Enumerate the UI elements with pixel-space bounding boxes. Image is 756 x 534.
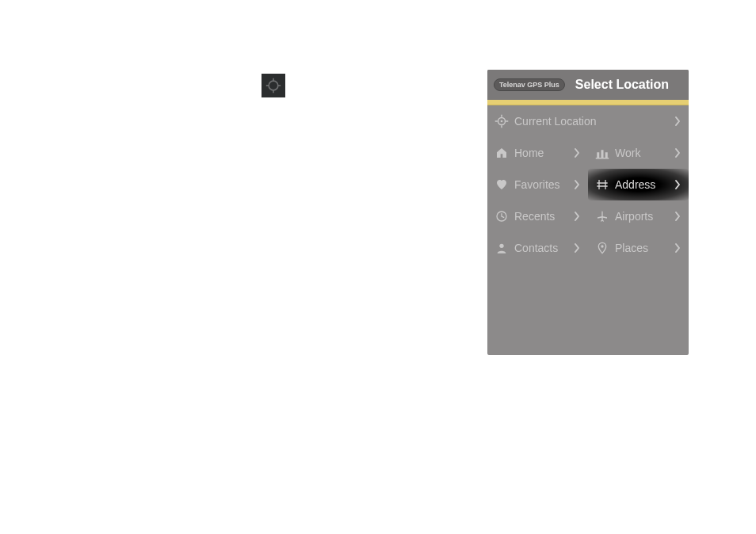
pin-icon xyxy=(594,240,610,256)
item-label: Places xyxy=(615,242,673,254)
heart-icon xyxy=(494,177,510,193)
crosshair-icon xyxy=(494,113,510,129)
chevron-right-icon xyxy=(572,211,582,222)
app-badge: Telenav GPS Plus xyxy=(494,78,565,91)
row-contacts-places: Contacts Places xyxy=(487,232,689,264)
svg-rect-13 xyxy=(605,152,608,158)
item-work[interactable]: Work xyxy=(588,137,689,169)
svg-point-0 xyxy=(269,81,278,90)
svg-point-20 xyxy=(499,244,503,248)
chevron-right-icon xyxy=(572,147,582,158)
item-label: Contacts xyxy=(514,242,572,254)
chevron-right-icon xyxy=(572,242,582,254)
chevron-right-icon xyxy=(572,179,582,190)
item-home[interactable]: Home xyxy=(487,137,588,169)
svg-point-6 xyxy=(501,120,503,123)
item-label: Current Location xyxy=(514,115,673,128)
panel-header: Telenav GPS Plus Select Location xyxy=(487,70,689,100)
item-label: Favorites xyxy=(514,178,572,191)
work-icon xyxy=(594,145,610,161)
chevron-right-icon xyxy=(673,179,682,190)
chevron-right-icon xyxy=(673,211,682,222)
item-places[interactable]: Places xyxy=(588,232,689,264)
svg-rect-11 xyxy=(597,152,599,158)
item-label: Recents xyxy=(514,210,572,223)
chevron-right-icon xyxy=(673,116,682,127)
target-icon xyxy=(262,74,285,97)
row-home-work: Home Work xyxy=(487,137,689,169)
item-label: Airports xyxy=(615,210,673,223)
location-options: Current Location Home xyxy=(487,105,689,355)
item-label: Work xyxy=(615,147,673,159)
row-current-location: Current Location xyxy=(487,105,689,137)
svg-point-21 xyxy=(601,245,603,247)
item-recents[interactable]: Recents xyxy=(487,200,588,232)
item-airports[interactable]: Airports xyxy=(588,200,689,232)
accent-bar xyxy=(487,100,689,105)
svg-rect-12 xyxy=(601,150,604,158)
chevron-right-icon xyxy=(673,147,682,158)
row-recents-airports: Recents Airports xyxy=(487,200,689,232)
airplane-icon xyxy=(594,208,610,224)
item-contacts[interactable]: Contacts xyxy=(487,232,588,264)
clock-icon xyxy=(494,208,510,224)
home-icon xyxy=(494,145,510,161)
address-icon xyxy=(594,177,610,193)
page-title: Select Location xyxy=(562,78,682,92)
svg-rect-14 xyxy=(596,158,609,159)
chevron-right-icon xyxy=(673,242,682,254)
item-label: Home xyxy=(514,147,572,159)
item-favorites[interactable]: Favorites xyxy=(487,169,588,200)
select-location-panel: Telenav GPS Plus Select Location Current xyxy=(487,70,689,355)
item-label: Address xyxy=(615,178,673,191)
item-current-location[interactable]: Current Location xyxy=(487,105,689,137)
contacts-icon xyxy=(494,240,510,256)
row-favorites-address: Favorites Address xyxy=(487,169,689,200)
item-address[interactable]: Address xyxy=(588,169,689,200)
